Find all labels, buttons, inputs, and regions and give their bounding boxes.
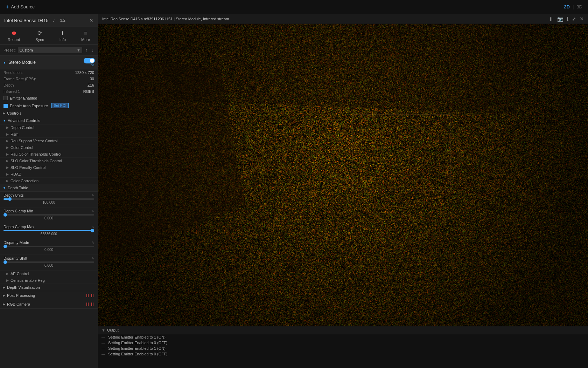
depth-val: Z16 [88,83,94,87]
set-roi-button[interactable]: Set ROI [51,103,69,108]
depth-viz-arrow: ▶ [3,286,5,289]
fps-val: 30 [90,77,94,81]
snapshot-icon[interactable]: 📷 [557,16,563,22]
color-control-item[interactable]: ▶ Color Control [0,144,98,151]
output-header[interactable]: ▼ Output [98,326,588,334]
preset-value: Custom [20,48,33,52]
toggle-on-label: on [91,63,95,67]
view-2d-button[interactable]: 2D [564,4,570,9]
slo-color-arrow: ▶ [6,159,9,163]
module-title: Stereo Module [8,60,36,65]
depth-control-item[interactable]: ▶ Depth Control [0,124,98,131]
emitter-checkbox[interactable] [4,96,8,100]
depth-clamp-min-value: 0.000 [4,216,94,220]
rgb-camera-icon: ⏸⏸ [85,301,95,307]
more-button[interactable]: ≡ More [81,30,90,42]
output-text-1: Setting Emitter Enabled to 1 (ON) [108,335,166,339]
stereo-module-header[interactable]: ▼ Stereo Module on [0,56,98,69]
rau-color-label: Rau Color Thresholds Control [10,152,61,156]
stream-title: Intel RealSense D415 s.n:839112061151 | … [102,17,229,21]
depth-clamp-min-edit-icon[interactable]: ✎ [91,209,94,213]
info-button[interactable]: ℹ Info [59,30,66,42]
disparity-shift-label: Disparity Shift [4,256,27,260]
preset-download-icon[interactable]: ↓ [90,47,94,53]
preset-upload-icon[interactable]: ↑ [84,47,88,53]
output-line-1: — Setting Emitter Enabled to 1 (ON) [98,334,588,340]
preset-row: Preset: Custom ▼ ↑ ↓ [0,45,98,56]
depth-clamp-min-track[interactable] [4,214,94,216]
add-source-button[interactable]: + Add Source [6,4,35,10]
hdad-label: HDAD [10,172,21,176]
depth-units-edit-icon[interactable]: ✎ [91,193,94,197]
depth-viz-label: Depth Visualization [7,285,40,289]
rsm-item[interactable]: ▶ Rsm [0,131,98,138]
more-icon: ≡ [84,30,87,36]
depth-clamp-min-label: Depth Clamp Min [4,209,33,213]
ae-control-item[interactable]: ▶ AE Control [0,271,98,277]
depth-clamp-max-label: Depth Clamp Max [4,225,34,229]
rau-color-arrow: ▶ [6,152,9,156]
depth-key: Depth [4,83,88,87]
view-3d-button[interactable]: 3D [576,4,582,9]
chevron-down-icon: ▼ [77,48,80,52]
plus-icon: + [6,4,9,10]
ae-control-label: AE Control [10,272,29,276]
info-stream-icon[interactable]: ℹ [567,16,568,22]
disparity-mode-track[interactable] [4,246,94,247]
info-label: Info [59,38,66,42]
disparity-shift-track[interactable] [4,261,94,263]
hdad-item[interactable]: ▶ HDAD [0,171,98,178]
close-icon[interactable]: ✕ [89,18,93,23]
color-correction-arrow: ▶ [6,179,9,183]
rau-support-item[interactable]: ▶ Rau Support Vector Control [0,138,98,144]
depth-units-track[interactable] [4,198,94,200]
emitter-label: Emitter Enabled [10,96,37,100]
more-label: More [81,38,90,42]
record-label: Record [8,38,20,42]
depth-table-header[interactable]: ▼ Depth Table [0,184,98,192]
rgb-camera-section[interactable]: ▶ RGB Camera ⏸⏸ [0,300,98,309]
color-correction-item[interactable]: ▶ Color Correction [0,178,98,184]
record-button[interactable]: ⏺ Record [8,30,20,42]
depth-clamp-max-edit-icon[interactable]: ✎ [91,225,94,229]
pause-icon[interactable]: ⏸ [549,16,554,22]
close-stream-icon[interactable]: ✕ [580,16,584,22]
post-processing-section[interactable]: ▶ Post-Processing ⏸⏸ [0,291,98,300]
rau-support-label: Rau Support Vector Control [10,139,58,143]
disparity-shift-edit-icon[interactable]: ✎ [91,257,94,260]
disparity-mode-edit-icon[interactable]: ✎ [91,241,94,245]
disparity-shift-control: Disparity Shift ✎ 0.000 [0,255,98,271]
module-toggle[interactable] [84,58,95,63]
ae-control-arrow: ▶ [6,272,9,275]
output-label: Output [107,328,119,332]
output-text-3: Setting Emitter Enabled to 1 (ON) [108,346,166,350]
census-enable-item[interactable]: ▶ Census Enable Reg [0,277,98,284]
slo-color-label: SLO Color Thresholds Control [10,159,62,163]
view-toggle: 2D | 3D [564,4,582,9]
preset-select[interactable]: Custom ▼ [18,47,82,53]
hdad-arrow: ▶ [6,172,9,176]
output-text-4: Setting Emitter Enabled to 0 (OFF) [108,352,167,356]
info-icon: ℹ [62,30,64,36]
depth-visualization-section[interactable]: ▶ Depth Visualization [0,284,98,291]
slo-penalty-item[interactable]: ▶ SLO Penalty Control [0,164,98,171]
depth-units-value: 100.000 [4,200,94,204]
controls-section[interactable]: ▶ Controls [0,110,98,117]
advanced-controls-arrow: ▼ [3,119,6,122]
camera-view [98,24,588,326]
disparity-mode-label: Disparity Mode [4,240,29,245]
rsm-label: Rsm [10,132,19,136]
expand-icon[interactable]: ⤢ [572,16,576,22]
census-arrow: ▶ [6,279,9,282]
depth-clamp-min-control: Depth Clamp Min ✎ 0.000 [0,207,98,223]
depth-clamp-max-track[interactable] [4,230,94,231]
slo-color-item[interactable]: ▶ SLO Color Thresholds Control [0,158,98,164]
sync-button[interactable]: ⟳ Sync [35,30,44,42]
auto-exposure-checkbox[interactable] [4,104,8,108]
output-panel: ▼ Output — Setting Emitter Enabled to 1 … [98,326,588,368]
output-line-4: — Setting Emitter Enabled to 0 (OFF) [98,351,588,357]
controls-arrow: ▶ [3,111,5,115]
infrared-key: Infrared 1 [4,89,83,94]
advanced-controls-section[interactable]: ▼ Advanced Controls [0,117,98,124]
rau-color-item[interactable]: ▶ Rau Color Thresholds Control [0,151,98,158]
